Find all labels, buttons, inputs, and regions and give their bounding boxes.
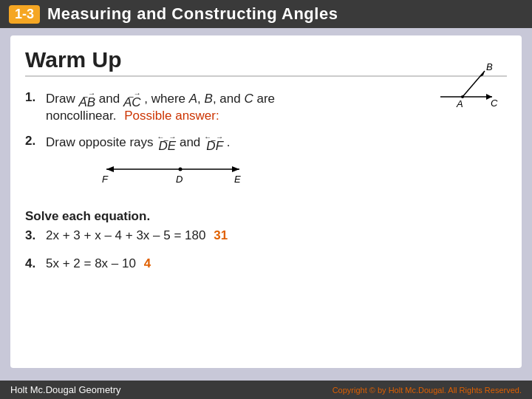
content-card: Warm Up 1. B <box>10 35 522 368</box>
diagram-1-label-c: C <box>491 98 498 109</box>
problem-4-number: 4. <box>25 256 43 271</box>
page-title: Measuring and Constructing Angles <box>47 4 338 24</box>
diagram-2-label-f: F <box>102 174 109 185</box>
problem-2-number: 2. <box>25 134 43 149</box>
problem-4-equation: 5x + 2 = 8x – 10 <box>46 256 136 270</box>
problem-1-draw: Draw <box>46 92 78 106</box>
problem-1-where: , where A, B, and C are <box>144 92 275 106</box>
problem-1-content: B A C Draw ⎯→ AB and ⎯→ AC , where A, B,… <box>46 90 507 123</box>
ray-df: ←⎯→ DF <box>204 134 223 152</box>
problem-2-and: and <box>180 135 204 149</box>
problem-1-and: and <box>99 92 123 106</box>
ray-ac: ⎯→ AC <box>123 90 141 109</box>
svg-marker-6 <box>106 166 114 172</box>
problem-2-draw: Draw opposite rays <box>46 135 157 149</box>
diagram-1: B A C <box>426 64 499 119</box>
svg-point-8 <box>179 168 183 171</box>
footer-left: Holt Mc.Dougal Geometry <box>10 384 121 395</box>
problem-3-answer: 31 <box>214 228 228 242</box>
problem-1-noncollinear: noncollinear. <box>46 109 116 123</box>
possible-answer-label: Possible answer: <box>124 109 219 123</box>
diagram-2-label-e: E <box>234 174 241 185</box>
page-header: 1-3 Measuring and Constructing Angles <box>0 0 532 28</box>
diagram-1-label-b: B <box>486 64 493 72</box>
svg-marker-7 <box>232 166 239 172</box>
problem-1: 1. B A C <box>25 90 507 123</box>
diagram-2-svg: F D E <box>99 158 247 188</box>
problem-3-number: 3. <box>25 228 43 243</box>
diagram-1-label-a: A <box>456 98 463 109</box>
ray-de: ←⎯→ DE <box>157 134 176 152</box>
page-footer: Holt Mc.Dougal Geometry Copyright © by H… <box>0 381 532 399</box>
section-badge: 1-3 <box>9 5 40 24</box>
problem-4-content: 5x + 2 = 8x – 10 4 <box>46 256 151 271</box>
problem-4-answer: 4 <box>144 256 151 270</box>
diagram-2-label-d: D <box>176 174 183 185</box>
problem-1-number: 1. <box>25 90 43 105</box>
problem-2-period: . <box>227 135 231 149</box>
solve-header: Solve each equation. <box>25 209 507 224</box>
problem-3-equation: 2x + 3 + x – 4 + 3x – 5 = 180 <box>46 228 205 242</box>
problem-3-content: 2x + 3 + x – 4 + 3x – 5 = 180 31 <box>46 228 228 243</box>
footer-right: Copyright © by Holt Mc.Dougal. All Right… <box>332 386 522 395</box>
diagram-1-svg: B A C <box>426 64 499 115</box>
svg-line-0 <box>463 71 485 97</box>
problem-3: 3. 2x + 3 + x – 4 + 3x – 5 = 180 31 <box>25 228 507 243</box>
problem-2-content: Draw opposite rays ←⎯→ DE and ←⎯→ DF . <box>46 134 231 152</box>
problem-4: 4. 5x + 2 = 8x – 10 4 <box>25 256 507 271</box>
problem-2: 2. Draw opposite rays ←⎯→ DE and ←⎯→ DF … <box>25 134 507 199</box>
diagram-2: F D E <box>99 158 247 191</box>
ray-ab: ⎯→ AB <box>78 90 95 109</box>
